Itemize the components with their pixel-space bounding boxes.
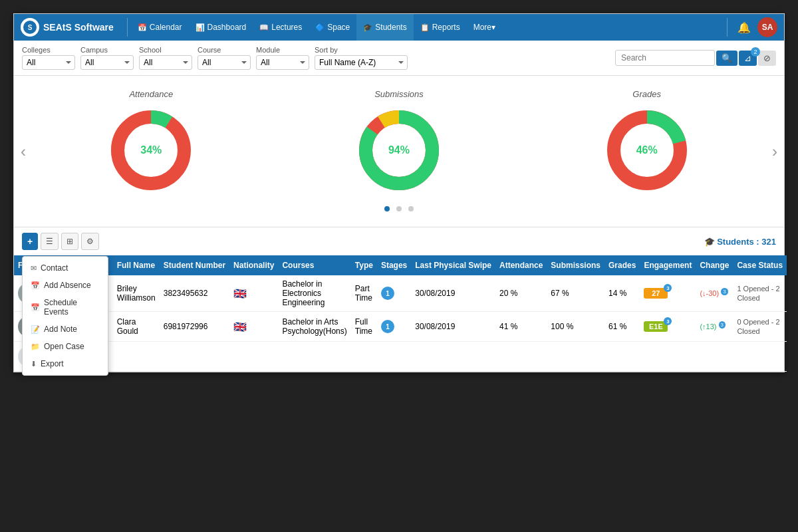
table-row[interactable]: 🇬🇧 xyxy=(14,342,787,372)
col-last-swipe[interactable]: Last Physical Swipe xyxy=(411,255,495,275)
context-schedule-events[interactable]: 📅 Schedule Events xyxy=(23,294,108,321)
carousel-dot-2[interactable] xyxy=(396,206,402,211)
add-absence-icon: 📅 xyxy=(31,281,40,290)
module-filter-group: Module All xyxy=(256,46,309,70)
search-input[interactable] xyxy=(615,50,715,66)
context-add-absence[interactable]: 📅 Add Absence xyxy=(23,277,108,294)
course-label: Course xyxy=(198,46,251,54)
context-add-note[interactable]: 📝 Add Note xyxy=(23,321,108,338)
cell-change: (↑13) 3 xyxy=(696,312,733,342)
col-submissions[interactable]: Submissions xyxy=(547,255,604,275)
filter-bar: Colleges All Campus All School All Cours… xyxy=(14,41,784,76)
table-row[interactable]: B Williamson Briley Williamson 382349563… xyxy=(14,275,787,312)
colleges-select[interactable]: All xyxy=(22,55,75,70)
sort-select[interactable]: Full Name (A-Z) xyxy=(315,55,408,70)
school-label: School xyxy=(139,46,192,54)
cell-submissions: 67 % xyxy=(547,275,604,312)
cell-grades: 61 % xyxy=(604,312,640,342)
col-engagement[interactable]: Engagement xyxy=(640,255,696,275)
cell-case-status: 1 Opened - 2 Closed xyxy=(733,275,787,312)
cell-course: Bachelor in Arts Psychology(Hons) xyxy=(278,312,350,342)
clear-filter-button[interactable]: ⊘ xyxy=(758,51,776,66)
campus-select[interactable]: All xyxy=(80,55,134,70)
col-change[interactable]: Change xyxy=(696,255,733,275)
nav-students[interactable]: 🎓 Students xyxy=(356,14,413,41)
col-stages[interactable]: Stages xyxy=(377,255,411,275)
filter-icon: ⊿ xyxy=(744,53,751,63)
carousel-dot-3[interactable] xyxy=(408,206,414,211)
col-nationality[interactable]: Nationality xyxy=(229,255,278,275)
nav-lectures[interactable]: 📖 Lectures xyxy=(253,14,309,41)
engagement-badge: E1E 3 xyxy=(644,321,668,332)
nav-more[interactable]: More▾ xyxy=(467,14,502,41)
sort-filter-group: Sort by Full Name (A-Z) xyxy=(315,46,408,70)
school-select[interactable]: All xyxy=(139,55,192,70)
cell-type: Full Time xyxy=(351,312,377,342)
add-button[interactable]: + xyxy=(22,233,38,250)
settings-button[interactable]: ⚙ xyxy=(81,233,99,250)
col-attendance[interactable]: Attendance xyxy=(495,255,547,275)
carousel-next-button[interactable]: › xyxy=(765,136,784,168)
engagement-sup: 3 xyxy=(664,284,672,292)
user-avatar[interactable]: SA xyxy=(757,17,777,37)
students-icon: 🎓 xyxy=(363,23,372,32)
col-student-number[interactable]: Student Number xyxy=(160,255,229,275)
brand[interactable]: S SEAtS Software xyxy=(21,18,114,37)
cell-student-number: 6981972996 xyxy=(160,312,229,342)
course-filter-group: Course All xyxy=(198,46,251,70)
col-case-status[interactable]: Case Status xyxy=(733,255,787,275)
context-open-case[interactable]: 📁 Open Case xyxy=(23,338,108,355)
col-grades[interactable]: Grades xyxy=(604,255,640,275)
dashboard-icon: 📊 xyxy=(196,23,205,32)
grades-chart: Grades 46% xyxy=(604,89,690,194)
carousel-dot-1[interactable] xyxy=(384,206,390,211)
cell-nationality: 🇬🇧 xyxy=(229,312,278,342)
cell-full-name: Clara Gould xyxy=(113,312,160,342)
brand-logo: S xyxy=(21,18,39,37)
flag-icon: 🇬🇧 xyxy=(233,321,247,332)
cell-stage: 1 xyxy=(377,312,411,342)
cell-change: (↓-30) 3 xyxy=(696,275,733,312)
col-courses[interactable]: Courses xyxy=(278,255,350,275)
context-export[interactable]: ⬇ Export xyxy=(23,355,108,372)
table-toolbar: + ☰ ⊞ ⚙ ✉ Contact 📅 Add Absence � xyxy=(14,227,784,255)
search-button[interactable]: 🔍 xyxy=(716,51,737,66)
toolbar-left: + ☰ ⊞ ⚙ ✉ Contact 📅 Add Absence � xyxy=(22,233,99,250)
cell-full-name: Briley Williamson xyxy=(113,275,160,312)
table-row[interactable]: C Clara Gould Clara Gould 6981972996 🇬🇧 … xyxy=(14,312,787,342)
search-group: 🔍 ⊿ 2 ⊘ xyxy=(615,50,776,66)
col-type[interactable]: Type xyxy=(351,255,377,275)
nav-calendar[interactable]: 📅 Calendar xyxy=(131,14,189,41)
engagement-badge: 27 3 xyxy=(644,288,668,299)
table-section: + ☰ ⊞ ⚙ ✉ Contact 📅 Add Absence � xyxy=(14,227,784,372)
carousel-prev-button[interactable]: ‹ xyxy=(14,136,33,168)
cell-case-status: 0 Opened - 2 Closed xyxy=(733,312,787,342)
submissions-chart: Submissions 94% xyxy=(356,89,442,194)
cell-attendance: 20 % xyxy=(495,275,547,312)
cell-nationality: 🇬🇧 xyxy=(229,275,278,312)
nav-reports[interactable]: 📋 Reports xyxy=(414,14,467,41)
nav-dashboard[interactable]: 📊 Dashboard xyxy=(189,14,253,41)
navbar-right: 🔔 SA xyxy=(724,17,777,37)
grades-title: Grades xyxy=(604,89,690,99)
col-full-name[interactable]: Full Name xyxy=(113,255,160,275)
grid-view-button[interactable]: ⊞ xyxy=(61,233,78,250)
cell-engagement: E1E 3 xyxy=(640,312,696,342)
grades-donut: 46% xyxy=(604,107,690,194)
export-icon: ⬇ xyxy=(31,360,37,368)
list-view-button[interactable]: ☰ xyxy=(41,233,59,250)
open-case-icon: 📁 xyxy=(31,342,40,351)
context-contact[interactable]: ✉ Contact xyxy=(23,259,108,277)
grades-pct: 46% xyxy=(636,144,658,156)
notification-bell[interactable]: 🔔 xyxy=(731,21,757,34)
nav-space[interactable]: 🔷 Space xyxy=(309,14,356,41)
course-select[interactable]: All xyxy=(198,55,251,70)
module-select[interactable]: All xyxy=(256,55,309,70)
submissions-donut: 94% xyxy=(356,107,442,194)
attendance-chart: Attendance 34% xyxy=(108,89,194,194)
students-table: First Name Surname Full Name Student Num… xyxy=(14,255,787,372)
filter-button[interactable]: ⊿ 2 xyxy=(739,51,757,66)
cell-grades: 14 % xyxy=(604,275,640,312)
attendance-title: Attendance xyxy=(108,89,194,99)
nav-divider xyxy=(127,18,128,37)
